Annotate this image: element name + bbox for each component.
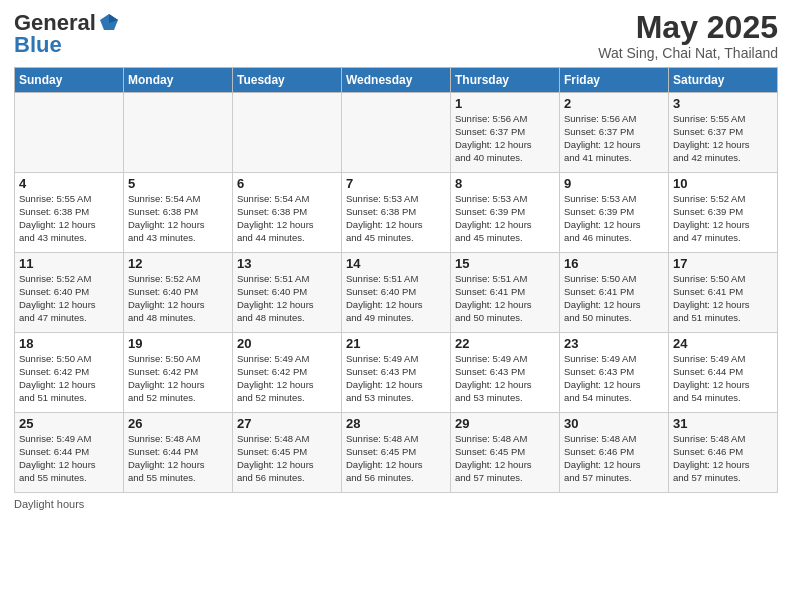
day-number: 24 [673,336,773,351]
cell-info: Sunrise: 5:50 AM Sunset: 6:42 PM Dayligh… [19,353,119,404]
day-number: 10 [673,176,773,191]
day-number: 6 [237,176,337,191]
footer: Daylight hours [14,498,778,510]
calendar-cell: 16Sunrise: 5:50 AM Sunset: 6:41 PM Dayli… [560,253,669,333]
calendar-cell: 1Sunrise: 5:56 AM Sunset: 6:37 PM Daylig… [451,93,560,173]
calendar-cell: 7Sunrise: 5:53 AM Sunset: 6:38 PM Daylig… [342,173,451,253]
day-number: 20 [237,336,337,351]
day-number: 3 [673,96,773,111]
calendar-cell: 28Sunrise: 5:48 AM Sunset: 6:45 PM Dayli… [342,413,451,493]
cell-info: Sunrise: 5:56 AM Sunset: 6:37 PM Dayligh… [455,113,555,164]
calendar-cell: 20Sunrise: 5:49 AM Sunset: 6:42 PM Dayli… [233,333,342,413]
calendar-cell: 27Sunrise: 5:48 AM Sunset: 6:45 PM Dayli… [233,413,342,493]
calendar-cell: 30Sunrise: 5:48 AM Sunset: 6:46 PM Dayli… [560,413,669,493]
logo-blue-text: Blue [14,32,62,58]
day-number: 15 [455,256,555,271]
logo: General Blue [14,10,120,58]
cell-info: Sunrise: 5:51 AM Sunset: 6:40 PM Dayligh… [237,273,337,324]
calendar-cell: 2Sunrise: 5:56 AM Sunset: 6:37 PM Daylig… [560,93,669,173]
calendar-cell: 12Sunrise: 5:52 AM Sunset: 6:40 PM Dayli… [124,253,233,333]
day-number: 8 [455,176,555,191]
cell-info: Sunrise: 5:54 AM Sunset: 6:38 PM Dayligh… [237,193,337,244]
header: General Blue May 2025 Wat Sing, Chai Nat… [14,10,778,61]
main-container: General Blue May 2025 Wat Sing, Chai Nat… [0,0,792,612]
weekday-header: Sunday [15,68,124,93]
cell-info: Sunrise: 5:49 AM Sunset: 6:43 PM Dayligh… [564,353,664,404]
cell-info: Sunrise: 5:55 AM Sunset: 6:38 PM Dayligh… [19,193,119,244]
day-number: 13 [237,256,337,271]
weekday-header: Wednesday [342,68,451,93]
calendar-cell: 13Sunrise: 5:51 AM Sunset: 6:40 PM Dayli… [233,253,342,333]
cell-info: Sunrise: 5:53 AM Sunset: 6:38 PM Dayligh… [346,193,446,244]
day-number: 29 [455,416,555,431]
cell-info: Sunrise: 5:56 AM Sunset: 6:37 PM Dayligh… [564,113,664,164]
calendar-cell: 14Sunrise: 5:51 AM Sunset: 6:40 PM Dayli… [342,253,451,333]
calendar-table: SundayMondayTuesdayWednesdayThursdayFrid… [14,67,778,493]
cell-info: Sunrise: 5:49 AM Sunset: 6:43 PM Dayligh… [346,353,446,404]
cell-info: Sunrise: 5:50 AM Sunset: 6:41 PM Dayligh… [673,273,773,324]
title-block: May 2025 Wat Sing, Chai Nat, Thailand [598,10,778,61]
day-number: 1 [455,96,555,111]
calendar-cell [15,93,124,173]
cell-info: Sunrise: 5:49 AM Sunset: 6:44 PM Dayligh… [673,353,773,404]
calendar-cell: 18Sunrise: 5:50 AM Sunset: 6:42 PM Dayli… [15,333,124,413]
calendar-subtitle: Wat Sing, Chai Nat, Thailand [598,45,778,61]
calendar-cell: 23Sunrise: 5:49 AM Sunset: 6:43 PM Dayli… [560,333,669,413]
day-number: 22 [455,336,555,351]
daylight-label: Daylight hours [14,498,84,510]
weekday-header: Saturday [669,68,778,93]
calendar-cell: 3Sunrise: 5:55 AM Sunset: 6:37 PM Daylig… [669,93,778,173]
cell-info: Sunrise: 5:49 AM Sunset: 6:43 PM Dayligh… [455,353,555,404]
calendar-cell: 15Sunrise: 5:51 AM Sunset: 6:41 PM Dayli… [451,253,560,333]
day-number: 18 [19,336,119,351]
day-number: 5 [128,176,228,191]
cell-info: Sunrise: 5:48 AM Sunset: 6:45 PM Dayligh… [237,433,337,484]
cell-info: Sunrise: 5:53 AM Sunset: 6:39 PM Dayligh… [455,193,555,244]
weekday-header: Thursday [451,68,560,93]
calendar-week-row: 4Sunrise: 5:55 AM Sunset: 6:38 PM Daylig… [15,173,778,253]
day-number: 21 [346,336,446,351]
calendar-cell: 17Sunrise: 5:50 AM Sunset: 6:41 PM Dayli… [669,253,778,333]
cell-info: Sunrise: 5:48 AM Sunset: 6:46 PM Dayligh… [673,433,773,484]
calendar-cell [342,93,451,173]
day-number: 26 [128,416,228,431]
calendar-cell: 19Sunrise: 5:50 AM Sunset: 6:42 PM Dayli… [124,333,233,413]
cell-info: Sunrise: 5:55 AM Sunset: 6:37 PM Dayligh… [673,113,773,164]
calendar-cell: 26Sunrise: 5:48 AM Sunset: 6:44 PM Dayli… [124,413,233,493]
cell-info: Sunrise: 5:51 AM Sunset: 6:41 PM Dayligh… [455,273,555,324]
calendar-cell: 9Sunrise: 5:53 AM Sunset: 6:39 PM Daylig… [560,173,669,253]
calendar-header-row: SundayMondayTuesdayWednesdayThursdayFrid… [15,68,778,93]
cell-info: Sunrise: 5:48 AM Sunset: 6:46 PM Dayligh… [564,433,664,484]
calendar-cell: 10Sunrise: 5:52 AM Sunset: 6:39 PM Dayli… [669,173,778,253]
day-number: 4 [19,176,119,191]
calendar-week-row: 18Sunrise: 5:50 AM Sunset: 6:42 PM Dayli… [15,333,778,413]
weekday-header: Friday [560,68,669,93]
calendar-cell: 11Sunrise: 5:52 AM Sunset: 6:40 PM Dayli… [15,253,124,333]
day-number: 27 [237,416,337,431]
calendar-week-row: 25Sunrise: 5:49 AM Sunset: 6:44 PM Dayli… [15,413,778,493]
calendar-cell: 22Sunrise: 5:49 AM Sunset: 6:43 PM Dayli… [451,333,560,413]
day-number: 7 [346,176,446,191]
cell-info: Sunrise: 5:54 AM Sunset: 6:38 PM Dayligh… [128,193,228,244]
calendar-cell: 24Sunrise: 5:49 AM Sunset: 6:44 PM Dayli… [669,333,778,413]
calendar-cell: 31Sunrise: 5:48 AM Sunset: 6:46 PM Dayli… [669,413,778,493]
day-number: 30 [564,416,664,431]
cell-info: Sunrise: 5:50 AM Sunset: 6:41 PM Dayligh… [564,273,664,324]
calendar-week-row: 1Sunrise: 5:56 AM Sunset: 6:37 PM Daylig… [15,93,778,173]
day-number: 2 [564,96,664,111]
logo-flag-icon [98,12,120,34]
weekday-header: Tuesday [233,68,342,93]
calendar-cell [233,93,342,173]
cell-info: Sunrise: 5:48 AM Sunset: 6:45 PM Dayligh… [346,433,446,484]
day-number: 11 [19,256,119,271]
day-number: 31 [673,416,773,431]
calendar-cell: 6Sunrise: 5:54 AM Sunset: 6:38 PM Daylig… [233,173,342,253]
day-number: 19 [128,336,228,351]
calendar-cell: 5Sunrise: 5:54 AM Sunset: 6:38 PM Daylig… [124,173,233,253]
day-number: 16 [564,256,664,271]
calendar-cell: 25Sunrise: 5:49 AM Sunset: 6:44 PM Dayli… [15,413,124,493]
calendar-cell: 29Sunrise: 5:48 AM Sunset: 6:45 PM Dayli… [451,413,560,493]
cell-info: Sunrise: 5:49 AM Sunset: 6:44 PM Dayligh… [19,433,119,484]
day-number: 28 [346,416,446,431]
day-number: 12 [128,256,228,271]
